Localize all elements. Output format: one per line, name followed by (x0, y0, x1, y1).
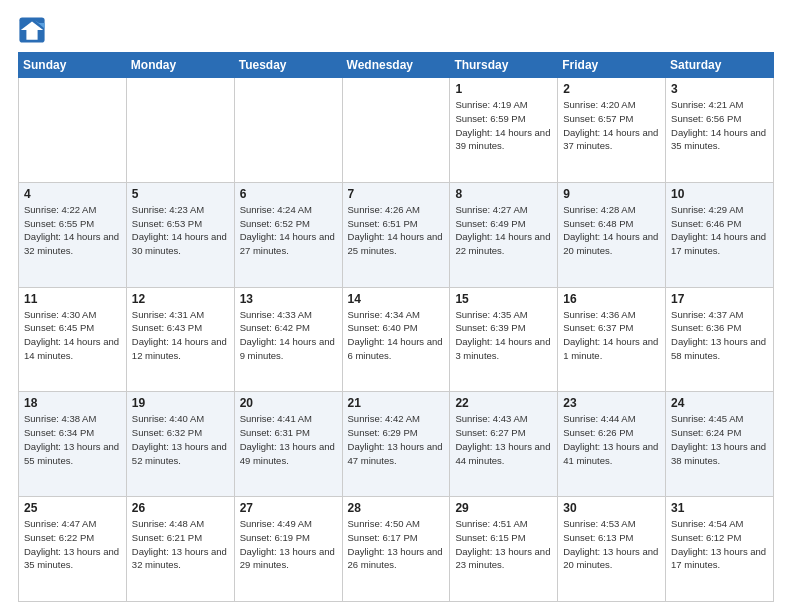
day-number: 7 (348, 187, 445, 201)
day-info: Sunrise: 4:45 AM Sunset: 6:24 PM Dayligh… (671, 412, 768, 467)
calendar-cell: 25Sunrise: 4:47 AM Sunset: 6:22 PM Dayli… (19, 497, 127, 602)
day-info: Sunrise: 4:28 AM Sunset: 6:48 PM Dayligh… (563, 203, 660, 258)
calendar-week-4: 18Sunrise: 4:38 AM Sunset: 6:34 PM Dayli… (19, 392, 774, 497)
day-number: 9 (563, 187, 660, 201)
day-info: Sunrise: 4:31 AM Sunset: 6:43 PM Dayligh… (132, 308, 229, 363)
calendar-cell: 5Sunrise: 4:23 AM Sunset: 6:53 PM Daylig… (126, 182, 234, 287)
calendar-cell: 16Sunrise: 4:36 AM Sunset: 6:37 PM Dayli… (558, 287, 666, 392)
day-number: 27 (240, 501, 337, 515)
calendar-cell: 27Sunrise: 4:49 AM Sunset: 6:19 PM Dayli… (234, 497, 342, 602)
day-info: Sunrise: 4:41 AM Sunset: 6:31 PM Dayligh… (240, 412, 337, 467)
calendar-cell: 13Sunrise: 4:33 AM Sunset: 6:42 PM Dayli… (234, 287, 342, 392)
day-number: 20 (240, 396, 337, 410)
day-number: 11 (24, 292, 121, 306)
day-number: 8 (455, 187, 552, 201)
day-info: Sunrise: 4:34 AM Sunset: 6:40 PM Dayligh… (348, 308, 445, 363)
calendar-cell: 30Sunrise: 4:53 AM Sunset: 6:13 PM Dayli… (558, 497, 666, 602)
calendar-cell: 11Sunrise: 4:30 AM Sunset: 6:45 PM Dayli… (19, 287, 127, 392)
day-number: 23 (563, 396, 660, 410)
calendar-cell: 1Sunrise: 4:19 AM Sunset: 6:59 PM Daylig… (450, 78, 558, 183)
day-info: Sunrise: 4:54 AM Sunset: 6:12 PM Dayligh… (671, 517, 768, 572)
logo (18, 16, 50, 44)
day-info: Sunrise: 4:37 AM Sunset: 6:36 PM Dayligh… (671, 308, 768, 363)
day-info: Sunrise: 4:53 AM Sunset: 6:13 PM Dayligh… (563, 517, 660, 572)
day-number: 25 (24, 501, 121, 515)
calendar-cell (342, 78, 450, 183)
calendar-cell: 18Sunrise: 4:38 AM Sunset: 6:34 PM Dayli… (19, 392, 127, 497)
calendar-cell: 12Sunrise: 4:31 AM Sunset: 6:43 PM Dayli… (126, 287, 234, 392)
day-info: Sunrise: 4:38 AM Sunset: 6:34 PM Dayligh… (24, 412, 121, 467)
day-number: 30 (563, 501, 660, 515)
day-info: Sunrise: 4:35 AM Sunset: 6:39 PM Dayligh… (455, 308, 552, 363)
day-info: Sunrise: 4:42 AM Sunset: 6:29 PM Dayligh… (348, 412, 445, 467)
calendar-cell: 14Sunrise: 4:34 AM Sunset: 6:40 PM Dayli… (342, 287, 450, 392)
day-number: 15 (455, 292, 552, 306)
calendar-cell: 23Sunrise: 4:44 AM Sunset: 6:26 PM Dayli… (558, 392, 666, 497)
calendar-cell: 29Sunrise: 4:51 AM Sunset: 6:15 PM Dayli… (450, 497, 558, 602)
day-number: 18 (24, 396, 121, 410)
calendar-header-row: SundayMondayTuesdayWednesdayThursdayFrid… (19, 53, 774, 78)
day-number: 2 (563, 82, 660, 96)
logo-icon (18, 16, 46, 44)
day-number: 12 (132, 292, 229, 306)
day-info: Sunrise: 4:30 AM Sunset: 6:45 PM Dayligh… (24, 308, 121, 363)
day-number: 10 (671, 187, 768, 201)
calendar-cell: 6Sunrise: 4:24 AM Sunset: 6:52 PM Daylig… (234, 182, 342, 287)
calendar-header-sunday: Sunday (19, 53, 127, 78)
calendar-table: SundayMondayTuesdayWednesdayThursdayFrid… (18, 52, 774, 602)
day-info: Sunrise: 4:40 AM Sunset: 6:32 PM Dayligh… (132, 412, 229, 467)
calendar-cell: 24Sunrise: 4:45 AM Sunset: 6:24 PM Dayli… (666, 392, 774, 497)
calendar-cell: 28Sunrise: 4:50 AM Sunset: 6:17 PM Dayli… (342, 497, 450, 602)
calendar-cell: 15Sunrise: 4:35 AM Sunset: 6:39 PM Dayli… (450, 287, 558, 392)
day-info: Sunrise: 4:29 AM Sunset: 6:46 PM Dayligh… (671, 203, 768, 258)
day-info: Sunrise: 4:19 AM Sunset: 6:59 PM Dayligh… (455, 98, 552, 153)
calendar-cell: 7Sunrise: 4:26 AM Sunset: 6:51 PM Daylig… (342, 182, 450, 287)
calendar-week-1: 1Sunrise: 4:19 AM Sunset: 6:59 PM Daylig… (19, 78, 774, 183)
day-info: Sunrise: 4:27 AM Sunset: 6:49 PM Dayligh… (455, 203, 552, 258)
day-info: Sunrise: 4:22 AM Sunset: 6:55 PM Dayligh… (24, 203, 121, 258)
day-number: 24 (671, 396, 768, 410)
calendar-week-2: 4Sunrise: 4:22 AM Sunset: 6:55 PM Daylig… (19, 182, 774, 287)
day-info: Sunrise: 4:47 AM Sunset: 6:22 PM Dayligh… (24, 517, 121, 572)
calendar-header-thursday: Thursday (450, 53, 558, 78)
day-number: 1 (455, 82, 552, 96)
day-info: Sunrise: 4:50 AM Sunset: 6:17 PM Dayligh… (348, 517, 445, 572)
day-number: 17 (671, 292, 768, 306)
day-info: Sunrise: 4:26 AM Sunset: 6:51 PM Dayligh… (348, 203, 445, 258)
calendar-week-5: 25Sunrise: 4:47 AM Sunset: 6:22 PM Dayli… (19, 497, 774, 602)
calendar-cell (19, 78, 127, 183)
day-number: 6 (240, 187, 337, 201)
day-number: 21 (348, 396, 445, 410)
calendar-cell: 9Sunrise: 4:28 AM Sunset: 6:48 PM Daylig… (558, 182, 666, 287)
day-info: Sunrise: 4:21 AM Sunset: 6:56 PM Dayligh… (671, 98, 768, 153)
calendar-cell (126, 78, 234, 183)
calendar-cell: 2Sunrise: 4:20 AM Sunset: 6:57 PM Daylig… (558, 78, 666, 183)
calendar-header-monday: Monday (126, 53, 234, 78)
calendar-header-saturday: Saturday (666, 53, 774, 78)
day-info: Sunrise: 4:36 AM Sunset: 6:37 PM Dayligh… (563, 308, 660, 363)
day-number: 14 (348, 292, 445, 306)
calendar-cell: 4Sunrise: 4:22 AM Sunset: 6:55 PM Daylig… (19, 182, 127, 287)
day-info: Sunrise: 4:23 AM Sunset: 6:53 PM Dayligh… (132, 203, 229, 258)
day-number: 19 (132, 396, 229, 410)
calendar-cell: 21Sunrise: 4:42 AM Sunset: 6:29 PM Dayli… (342, 392, 450, 497)
calendar-cell: 26Sunrise: 4:48 AM Sunset: 6:21 PM Dayli… (126, 497, 234, 602)
day-info: Sunrise: 4:44 AM Sunset: 6:26 PM Dayligh… (563, 412, 660, 467)
day-number: 28 (348, 501, 445, 515)
day-info: Sunrise: 4:33 AM Sunset: 6:42 PM Dayligh… (240, 308, 337, 363)
calendar-header-wednesday: Wednesday (342, 53, 450, 78)
day-info: Sunrise: 4:49 AM Sunset: 6:19 PM Dayligh… (240, 517, 337, 572)
calendar-cell (234, 78, 342, 183)
calendar-cell: 20Sunrise: 4:41 AM Sunset: 6:31 PM Dayli… (234, 392, 342, 497)
calendar-cell: 10Sunrise: 4:29 AM Sunset: 6:46 PM Dayli… (666, 182, 774, 287)
calendar-cell: 31Sunrise: 4:54 AM Sunset: 6:12 PM Dayli… (666, 497, 774, 602)
page: SundayMondayTuesdayWednesdayThursdayFrid… (0, 0, 792, 612)
calendar-cell: 3Sunrise: 4:21 AM Sunset: 6:56 PM Daylig… (666, 78, 774, 183)
calendar-cell: 22Sunrise: 4:43 AM Sunset: 6:27 PM Dayli… (450, 392, 558, 497)
day-number: 22 (455, 396, 552, 410)
day-number: 26 (132, 501, 229, 515)
calendar-cell: 17Sunrise: 4:37 AM Sunset: 6:36 PM Dayli… (666, 287, 774, 392)
day-number: 5 (132, 187, 229, 201)
calendar-cell: 8Sunrise: 4:27 AM Sunset: 6:49 PM Daylig… (450, 182, 558, 287)
day-info: Sunrise: 4:48 AM Sunset: 6:21 PM Dayligh… (132, 517, 229, 572)
